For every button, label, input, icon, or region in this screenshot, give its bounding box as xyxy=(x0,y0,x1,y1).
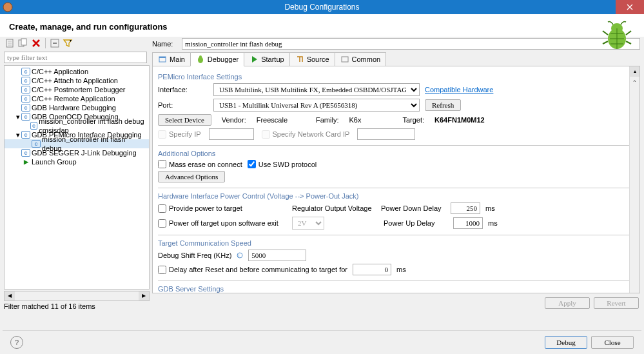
duplicate-config-icon[interactable] xyxy=(18,38,28,48)
group-speed-title: Target Communication Speed xyxy=(158,235,634,248)
tab-bar: MainDebuggerStartupSourceCommon xyxy=(152,52,640,66)
svg-text:▾: ▾ xyxy=(70,39,72,43)
specify-ip-field xyxy=(209,128,254,140)
close-window-button[interactable] xyxy=(616,0,644,14)
family-value: K6x xyxy=(349,116,361,124)
new-config-icon[interactable] xyxy=(5,38,15,48)
scroll-right-icon[interactable]: ▶ xyxy=(139,291,149,300)
power-up-label: Power Up Delay xyxy=(384,219,448,227)
main-icon xyxy=(158,55,167,64)
ms-label-2: ms xyxy=(488,219,498,227)
config-toolbar: ▾ xyxy=(4,37,150,51)
name-label: Name: xyxy=(152,40,178,48)
use-swd-check[interactable]: Use SWD protocol xyxy=(248,160,317,168)
delete-config-icon[interactable] xyxy=(31,38,41,48)
filter-icon[interactable]: ▾ xyxy=(63,38,73,48)
tab-startup[interactable]: Startup xyxy=(244,52,289,66)
scroll-thumb-icon[interactable]: ^ xyxy=(630,77,639,87)
scroll-up-icon[interactable]: ▴ xyxy=(630,66,639,77)
debugger-form: ▴ ^ PEMicro Interface Settings Interface… xyxy=(152,66,640,293)
tree-item[interactable]: cmission_controller int flash debug xyxy=(5,139,149,148)
shift-freq-label: Debug Shift Freq (KHz) xyxy=(158,251,231,259)
scroll-left-icon[interactable]: ◀ xyxy=(5,291,15,300)
vendor-value: Freescale xyxy=(257,116,288,124)
tree-item[interactable]: cmission_controller int flash debug cmsi… xyxy=(5,121,149,130)
port-select[interactable]: USB1 - Multilink Universal Rev A (PE5656… xyxy=(213,99,420,112)
tree-item[interactable]: cC/C++ Remote Application xyxy=(5,94,149,103)
shift-freq-input[interactable] xyxy=(248,250,306,261)
tab-debugger[interactable]: Debugger xyxy=(190,52,244,66)
specify-nic-field xyxy=(357,128,415,140)
tab-main[interactable]: Main xyxy=(152,52,191,66)
provide-power-check[interactable]: Provide power to target xyxy=(158,204,287,213)
specify-ip-check: Specify IP xyxy=(158,130,201,139)
svg-line-5 xyxy=(603,41,608,44)
tab-source[interactable]: Source xyxy=(289,52,335,66)
tab-common[interactable]: Common xyxy=(335,52,387,66)
tree-item[interactable]: ▶Launch Group xyxy=(5,157,149,166)
svg-line-4 xyxy=(626,31,631,35)
svg-point-19 xyxy=(199,55,202,58)
svg-line-6 xyxy=(626,41,631,44)
group-additional-title: Additional Options xyxy=(158,145,634,159)
tree-item[interactable]: cGDB SEGGER J-Link Debugging xyxy=(5,148,149,157)
info-icon: i xyxy=(237,252,243,259)
filter-input[interactable] xyxy=(4,52,147,63)
svg-point-0 xyxy=(3,3,12,12)
advanced-options-button[interactable]: Advanced Options xyxy=(158,171,225,182)
target-label: Target: xyxy=(402,116,424,124)
tree-item[interactable]: cC/C++ Application xyxy=(5,67,149,76)
header-banner: Create, manage, and run configurations xyxy=(0,14,644,37)
play-icon xyxy=(249,55,259,64)
close-icon xyxy=(627,4,633,10)
bug-hero-icon xyxy=(601,21,632,52)
titlebar[interactable]: Debug Configurations xyxy=(0,0,644,14)
separator xyxy=(45,38,46,48)
voltage-select: 2V xyxy=(292,217,324,230)
debug-button[interactable]: Debug xyxy=(545,336,587,349)
close-button[interactable]: Close xyxy=(591,336,634,349)
ms-label-1: ms xyxy=(485,204,495,212)
delay-reset-input[interactable] xyxy=(353,264,391,275)
config-name-input[interactable] xyxy=(182,38,640,50)
revert-button[interactable]: Revert xyxy=(594,297,639,309)
ms-label-3: ms xyxy=(396,266,406,273)
specify-nic-check: Specify Network Card IP xyxy=(262,130,350,139)
config-tree[interactable]: cC/C++ ApplicationcC/C++ Attach to Appli… xyxy=(4,65,150,290)
tree-item[interactable]: cC/C++ Attach to Application xyxy=(5,76,149,85)
delay-reset-check[interactable]: Delay after Reset and before communicati… xyxy=(158,266,347,274)
title: Debug Configurations xyxy=(284,3,359,12)
mass-erase-check[interactable]: Mass erase on connect xyxy=(158,160,242,168)
group-power-title: Hardware Interface Power Control (Voltag… xyxy=(158,188,634,201)
help-button[interactable]: ? xyxy=(10,336,23,349)
select-device-button[interactable]: Select Device xyxy=(158,114,211,126)
interface-select[interactable]: USB Multilink, USB Multilink FX, Embedde… xyxy=(213,83,420,96)
compatible-hardware-link[interactable]: Compatible Hardware xyxy=(425,86,493,93)
tree-item[interactable]: cGDB Hardware Debugging xyxy=(5,103,149,112)
apply-button[interactable]: Apply xyxy=(545,297,590,309)
vendor-label: Vendor: xyxy=(222,116,246,124)
bug-icon xyxy=(196,55,205,64)
svg-text:i: i xyxy=(239,253,240,258)
interface-label: Interface: xyxy=(158,86,208,93)
app-icon xyxy=(3,2,13,12)
svg-rect-20 xyxy=(342,57,348,62)
scroll-track[interactable] xyxy=(15,291,139,300)
left-panel: ▾ cC/C++ ApplicationcC/C++ Attach to App… xyxy=(4,37,150,310)
svg-rect-13 xyxy=(21,39,26,45)
collapse-icon[interactable] xyxy=(50,38,60,48)
power-off-check[interactable]: Power off target upon software exit xyxy=(158,219,287,228)
power-up-input[interactable] xyxy=(453,217,483,229)
tree-h-scrollbar[interactable]: ◀ ▶ xyxy=(4,291,150,301)
filter-status: Filter matched 11 of 16 items xyxy=(4,301,150,310)
com-icon xyxy=(340,55,349,64)
form-v-scrollbar[interactable]: ▴ ^ xyxy=(629,66,639,293)
target-value: K64FN1M0M12 xyxy=(434,116,485,124)
page-title: Create, manage, and run configurations xyxy=(9,22,168,32)
src-icon xyxy=(295,55,304,64)
refresh-button[interactable]: Refresh xyxy=(425,99,461,111)
power-down-label: Power Down Delay xyxy=(381,204,445,212)
tree-item[interactable]: cC/C++ Postmortem Debugger xyxy=(5,85,149,94)
power-down-input[interactable] xyxy=(451,202,480,214)
dialog-footer: ? Debug Close xyxy=(3,330,641,349)
